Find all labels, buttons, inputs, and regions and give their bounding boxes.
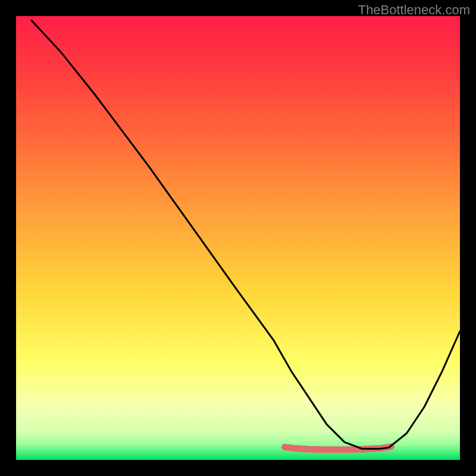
watermark-text: TheBottleneck.com <box>358 2 470 18</box>
chart-svg <box>0 0 476 476</box>
plot-background <box>16 16 460 460</box>
chart-container: TheBottleneck.com <box>0 0 476 476</box>
